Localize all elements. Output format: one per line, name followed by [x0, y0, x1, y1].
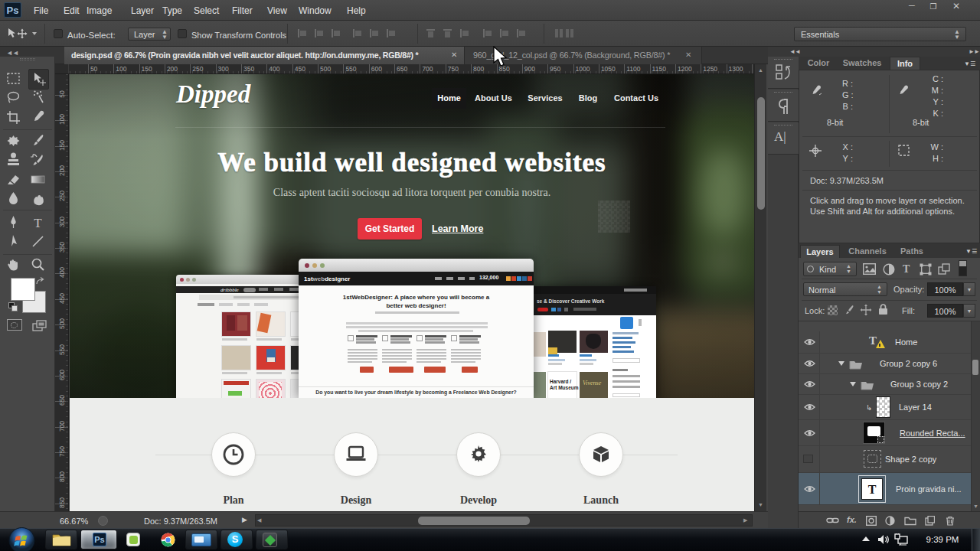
svg-text:T: T — [34, 216, 42, 230]
